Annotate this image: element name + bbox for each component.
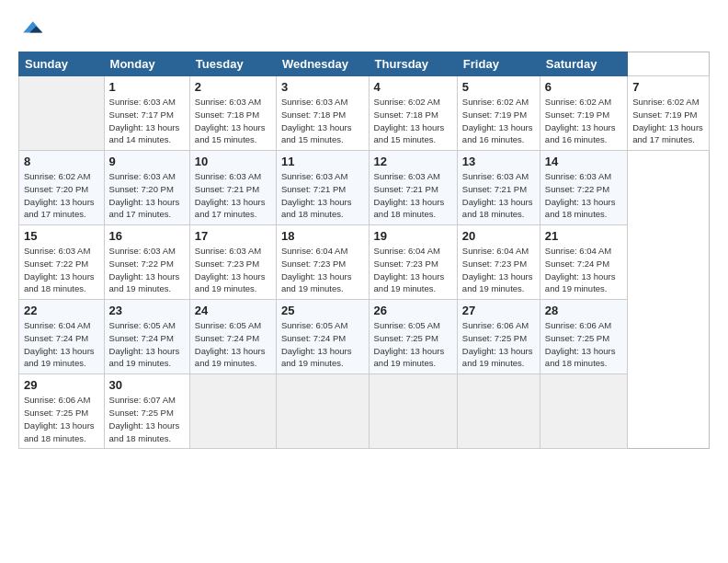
day-info: Sunrise: 6:04 AMSunset: 7:24 PMDaylight:…: [545, 245, 622, 295]
day-number: 10: [195, 155, 271, 168]
day-info: Sunrise: 6:06 AMSunset: 7:25 PMDaylight:…: [462, 319, 535, 370]
day-info: Sunrise: 6:04 AMSunset: 7:24 PMDaylight:…: [24, 319, 99, 370]
day-number: 19: [374, 229, 452, 243]
day-info: Sunrise: 6:03 AMSunset: 7:21 PMDaylight:…: [281, 170, 364, 221]
week-row-5: 29 Sunrise: 6:06 AMSunset: 7:25 PMDaylig…: [19, 374, 710, 449]
day-cell: 14 Sunrise: 6:03 AMSunset: 7:22 PMDaylig…: [540, 151, 627, 225]
day-number: 22: [24, 304, 99, 317]
day-info: Sunrise: 6:03 AMSunset: 7:17 PMDaylight:…: [109, 96, 185, 146]
day-cell: 20 Sunrise: 6:04 AMSunset: 7:23 PMDaylig…: [457, 225, 540, 300]
day-number: 5: [462, 80, 535, 94]
day-cell: 15 Sunrise: 6:03 AMSunset: 7:22 PMDaylig…: [19, 225, 105, 300]
day-number: 7: [632, 80, 704, 94]
day-cell: 9 Sunrise: 6:03 AMSunset: 7:20 PMDayligh…: [104, 151, 189, 225]
day-number: 4: [374, 80, 452, 94]
day-cell: 16 Sunrise: 6:03 AMSunset: 7:22 PMDaylig…: [104, 225, 189, 300]
day-number: 12: [374, 155, 452, 168]
day-number: 23: [109, 304, 185, 317]
day-number: 16: [109, 229, 185, 243]
day-number: 9: [109, 155, 185, 168]
day-info: Sunrise: 6:02 AMSunset: 7:19 PMDaylight:…: [632, 96, 704, 146]
day-cell: 4 Sunrise: 6:02 AMSunset: 7:18 PMDayligh…: [369, 76, 457, 151]
header-tuesday: Tuesday: [189, 52, 276, 76]
day-number: 18: [281, 229, 364, 243]
day-cell: [189, 374, 276, 449]
day-number: 29: [24, 378, 99, 392]
header-thursday: Thursday: [369, 52, 457, 76]
day-number: 2: [195, 80, 271, 94]
day-info: Sunrise: 6:02 AMSunset: 7:19 PMDaylight:…: [545, 96, 622, 146]
day-info: Sunrise: 6:04 AMSunset: 7:23 PMDaylight:…: [462, 245, 535, 295]
day-cell: 17 Sunrise: 6:03 AMSunset: 7:23 PMDaylig…: [189, 225, 276, 300]
day-info: Sunrise: 6:03 AMSunset: 7:21 PMDaylight:…: [374, 170, 452, 221]
day-number: 27: [462, 304, 535, 317]
day-number: 15: [24, 229, 99, 243]
header-wednesday: Wednesday: [276, 52, 369, 76]
header-row-days: SundayMondayTuesdayWednesdayThursdayFrid…: [19, 52, 710, 76]
day-cell: [540, 374, 627, 449]
header-monday: Monday: [104, 52, 189, 76]
day-number: 28: [545, 304, 622, 317]
day-info: Sunrise: 6:05 AMSunset: 7:25 PMDaylight:…: [374, 319, 452, 370]
day-cell: 22 Sunrise: 6:04 AMSunset: 7:24 PMDaylig…: [19, 300, 105, 374]
day-cell: 26 Sunrise: 6:05 AMSunset: 7:25 PMDaylig…: [369, 300, 457, 374]
header-saturday: Saturday: [540, 52, 627, 76]
day-info: Sunrise: 6:05 AMSunset: 7:24 PMDaylight:…: [109, 319, 185, 370]
day-cell: 23 Sunrise: 6:05 AMSunset: 7:24 PMDaylig…: [104, 300, 189, 374]
day-cell: 6 Sunrise: 6:02 AMSunset: 7:19 PMDayligh…: [540, 76, 627, 151]
day-info: Sunrise: 6:06 AMSunset: 7:25 PMDaylight:…: [545, 319, 622, 370]
day-cell: 29 Sunrise: 6:06 AMSunset: 7:25 PMDaylig…: [19, 374, 105, 449]
day-cell: 10 Sunrise: 6:03 AMSunset: 7:21 PMDaylig…: [189, 151, 276, 225]
day-info: Sunrise: 6:03 AMSunset: 7:20 PMDaylight:…: [109, 170, 185, 221]
day-info: Sunrise: 6:04 AMSunset: 7:23 PMDaylight:…: [374, 245, 452, 295]
day-number: 11: [281, 155, 364, 168]
day-cell: [276, 374, 369, 449]
day-number: 20: [462, 229, 535, 243]
day-cell: 27 Sunrise: 6:06 AMSunset: 7:25 PMDaylig…: [457, 300, 540, 374]
header-row: [18, 17, 710, 42]
day-info: Sunrise: 6:03 AMSunset: 7:18 PMDaylight:…: [195, 96, 271, 146]
logo-icon: [18, 17, 44, 42]
day-info: Sunrise: 6:07 AMSunset: 7:25 PMDaylight:…: [109, 394, 185, 444]
day-info: Sunrise: 6:05 AMSunset: 7:24 PMDaylight:…: [195, 319, 271, 370]
header-friday: Friday: [457, 52, 540, 76]
page: SundayMondayTuesdayWednesdayThursdayFrid…: [0, 0, 728, 563]
day-cell: 24 Sunrise: 6:05 AMSunset: 7:24 PMDaylig…: [189, 300, 276, 374]
day-cell: 25 Sunrise: 6:05 AMSunset: 7:24 PMDaylig…: [276, 300, 369, 374]
day-number: 3: [281, 80, 364, 94]
day-number: 13: [462, 155, 535, 168]
day-cell: 1 Sunrise: 6:03 AMSunset: 7:17 PMDayligh…: [104, 76, 189, 151]
week-row-1: 1 Sunrise: 6:03 AMSunset: 7:17 PMDayligh…: [19, 76, 710, 151]
day-number: 21: [545, 229, 622, 243]
day-info: Sunrise: 6:03 AMSunset: 7:23 PMDaylight:…: [195, 245, 271, 295]
day-info: Sunrise: 6:03 AMSunset: 7:22 PMDaylight:…: [545, 170, 622, 221]
day-number: 25: [281, 304, 364, 317]
day-info: Sunrise: 6:04 AMSunset: 7:23 PMDaylight:…: [281, 245, 364, 295]
day-info: Sunrise: 6:02 AMSunset: 7:20 PMDaylight:…: [24, 170, 99, 221]
day-number: 6: [545, 80, 622, 94]
day-number: 24: [195, 304, 271, 317]
week-row-4: 22 Sunrise: 6:04 AMSunset: 7:24 PMDaylig…: [19, 300, 710, 374]
day-cell: 21 Sunrise: 6:04 AMSunset: 7:24 PMDaylig…: [540, 225, 627, 300]
day-info: Sunrise: 6:03 AMSunset: 7:21 PMDaylight:…: [195, 170, 271, 221]
header-sunday: Sunday: [19, 52, 105, 76]
day-cell: 28 Sunrise: 6:06 AMSunset: 7:25 PMDaylig…: [540, 300, 627, 374]
week-row-3: 15 Sunrise: 6:03 AMSunset: 7:22 PMDaylig…: [19, 225, 710, 300]
day-cell: 5 Sunrise: 6:02 AMSunset: 7:19 PMDayligh…: [457, 76, 540, 151]
day-info: Sunrise: 6:03 AMSunset: 7:18 PMDaylight:…: [281, 96, 364, 146]
day-info: Sunrise: 6:02 AMSunset: 7:18 PMDaylight:…: [374, 96, 452, 146]
day-info: Sunrise: 6:02 AMSunset: 7:19 PMDaylight:…: [462, 96, 535, 146]
day-number: 8: [24, 155, 99, 168]
day-number: 26: [374, 304, 452, 317]
day-number: 14: [545, 155, 622, 168]
day-cell: 8 Sunrise: 6:02 AMSunset: 7:20 PMDayligh…: [19, 151, 105, 225]
day-info: Sunrise: 6:06 AMSunset: 7:25 PMDaylight:…: [24, 394, 99, 444]
day-info: Sunrise: 6:03 AMSunset: 7:22 PMDaylight:…: [24, 245, 99, 295]
day-cell: 11 Sunrise: 6:03 AMSunset: 7:21 PMDaylig…: [276, 151, 369, 225]
day-cell: [457, 374, 540, 449]
day-cell: 18 Sunrise: 6:04 AMSunset: 7:23 PMDaylig…: [276, 225, 369, 300]
day-number: 30: [109, 378, 185, 392]
day-cell: [19, 76, 105, 151]
day-cell: 12 Sunrise: 6:03 AMSunset: 7:21 PMDaylig…: [369, 151, 457, 225]
day-number: 17: [195, 229, 271, 243]
